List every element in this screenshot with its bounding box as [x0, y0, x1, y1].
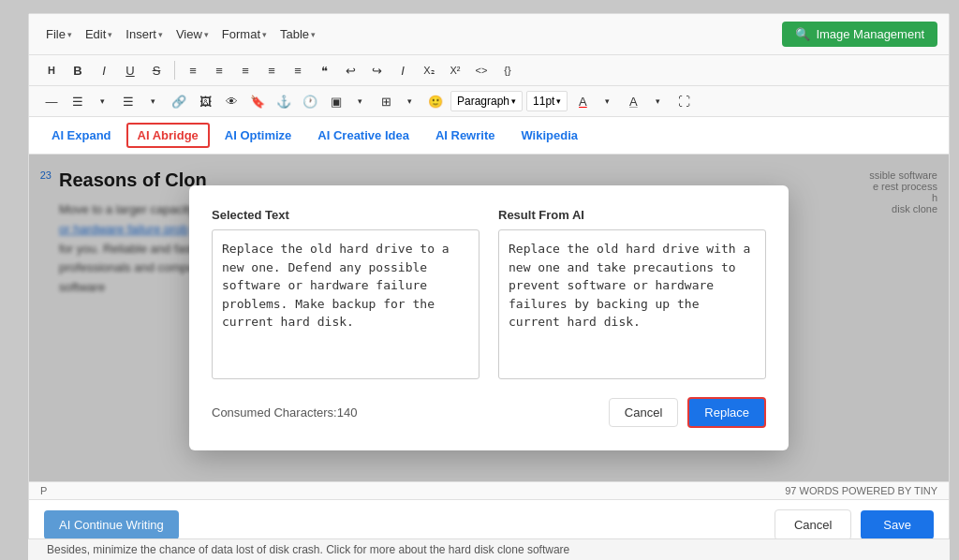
result-label: Result From AI — [498, 208, 766, 222]
file-menu[interactable]: File ▾ — [40, 23, 78, 45]
result-col: Result From AI — [498, 208, 766, 382]
dialog-overlay: Selected Text Result From AI Consumed Ch… — [29, 155, 949, 481]
subscript-icon[interactable]: X₂ — [418, 59, 440, 81]
editor-body[interactable]: 23 Reasons of Clon Move to a larger capa… — [29, 155, 949, 481]
align-right-icon[interactable]: ≡ — [234, 59, 257, 81]
cancel-button[interactable]: Cancel — [775, 509, 851, 540]
bg-color-arrow[interactable]: ▾ — [646, 90, 669, 112]
link-icon[interactable]: 🔗 — [168, 90, 190, 112]
superscript-icon[interactable]: X² — [444, 59, 466, 81]
image-icon[interactable]: 🖼 — [194, 90, 216, 112]
bg-color-group: A ▾ — [622, 90, 669, 112]
font-size-arrow: ▾ — [556, 96, 561, 106]
unordered-list-arrow[interactable]: ▾ — [91, 90, 113, 112]
bg-color-icon[interactable]: A — [622, 90, 644, 112]
separator-1 — [174, 61, 175, 80]
icon-toolbar-row1: H B I U S ≡ ≡ ≡ ≡ ≡ ❝ ↩ ↪ I X₂ X² <> {} — [29, 55, 949, 86]
align-left-icon[interactable]: ≡ — [182, 59, 204, 81]
ai-expand-tab[interactable]: AI Expand — [40, 123, 123, 148]
font-color-arrow[interactable]: ▾ — [596, 90, 618, 112]
code-icon[interactable]: <> — [470, 59, 493, 81]
clear-format-icon[interactable]: I — [391, 59, 414, 81]
media-icon[interactable]: ▣ — [325, 90, 347, 112]
paragraph-dropdown[interactable]: Paragraph ▾ — [450, 91, 523, 111]
word-count: 97 WORDS POWERED BY TINY — [785, 485, 937, 496]
search-icon: 🔍 — [795, 27, 810, 41]
italic-icon[interactable]: I — [93, 59, 115, 81]
format-menu-arrow: ▾ — [262, 30, 267, 39]
ordered-list-group: ☰ ▾ — [117, 90, 164, 112]
table-menu-arrow: ▾ — [311, 30, 316, 39]
format-menu[interactable]: Format ▾ — [216, 23, 273, 45]
insert-menu[interactable]: Insert ▾ — [120, 23, 169, 45]
edit-menu-arrow: ▾ — [108, 30, 112, 39]
emoji-icon[interactable]: 🙂 — [424, 90, 447, 112]
table-menu[interactable]: Table ▾ — [274, 23, 321, 45]
status-bar: P 97 WORDS POWERED BY TINY — [29, 481, 949, 499]
consumed-chars: Consumed Characters:140 — [212, 405, 357, 420]
font-color-group: A ▾ — [571, 90, 618, 112]
dialog-cancel-button[interactable]: Cancel — [609, 398, 678, 427]
horizontal-rule-icon[interactable]: — — [40, 90, 63, 112]
selected-text-col: Selected Text — [212, 208, 480, 382]
table-insert-group: ⊞ ▾ — [375, 90, 420, 112]
image-management-button[interactable]: 🔍 Image Management — [782, 22, 937, 47]
preview-icon[interactable]: 👁 — [220, 90, 243, 112]
continue-writing-button[interactable]: AI Continue Writing — [44, 510, 179, 539]
file-menu-arrow: ▾ — [67, 30, 72, 39]
ai-optimize-tab[interactable]: AI Optimize — [214, 123, 303, 148]
indent-icon[interactable]: ≡ — [287, 59, 309, 81]
menu-items: File ▾ Edit ▾ Insert ▾ View ▾ Format ▾ T… — [40, 23, 321, 45]
media-group: ▣ ▾ — [325, 90, 371, 112]
ai-abridge-tab[interactable]: AI Abridge — [126, 123, 210, 148]
ai-rewrite-tab[interactable]: AI Rewrite — [424, 123, 507, 148]
underline-icon[interactable]: U — [119, 59, 141, 81]
save-button[interactable]: Save — [861, 510, 934, 539]
fullscreen-icon[interactable]: ⛶ — [672, 90, 695, 112]
unordered-list-group: ☰ ▾ — [66, 90, 113, 112]
heading-icon[interactable]: H — [40, 59, 63, 81]
paragraph-indicator: P — [40, 485, 47, 496]
edit-menu[interactable]: Edit ▾ — [80, 23, 118, 45]
clock-icon[interactable]: 🕐 — [299, 90, 321, 112]
anchor-icon[interactable]: ⚓ — [273, 90, 295, 112]
redo-icon[interactable]: ↪ — [365, 59, 388, 81]
ai-wikipedia-tab[interactable]: Wikipedia — [509, 123, 589, 148]
bottom-strip: Besides, minimize the chance of data los… — [28, 538, 950, 560]
undo-icon[interactable]: ↩ — [339, 59, 361, 81]
icon-toolbar-row2: — ☰ ▾ ☰ ▾ 🔗 🖼 👁 🔖 ⚓ 🕐 ▣ ▾ ⊞ ▾ 🙂 Paragrap… — [29, 86, 949, 117]
align-center-icon[interactable]: ≡ — [208, 59, 230, 81]
media-arrow[interactable]: ▾ — [348, 90, 371, 112]
selected-text-label: Selected Text — [212, 208, 480, 222]
editor-container: File ▾ Edit ▾ Insert ▾ View ▾ Format ▾ T… — [28, 13, 950, 551]
strikethrough-icon[interactable]: S — [145, 59, 168, 81]
selected-text-textarea[interactable] — [212, 229, 480, 379]
code-block-icon[interactable]: {} — [496, 59, 519, 81]
ai-tabs-bar: AI Expand AI Abridge AI Optimize AI Crea… — [29, 117, 949, 155]
table-insert-icon[interactable]: ⊞ — [375, 90, 397, 112]
ai-dialog: Selected Text Result From AI Consumed Ch… — [189, 185, 789, 450]
paragraph-arrow: ▾ — [511, 96, 516, 106]
menu-bar: File ▾ Edit ▾ Insert ▾ View ▾ Format ▾ T… — [29, 14, 949, 55]
ai-creative-tab[interactable]: AI Creative Idea — [306, 123, 420, 148]
view-menu[interactable]: View ▾ — [170, 23, 214, 45]
ordered-list-icon[interactable]: ☰ — [117, 90, 140, 112]
blockquote-icon[interactable]: ❝ — [313, 59, 335, 81]
dialog-columns: Selected Text Result From AI — [212, 208, 766, 382]
insert-menu-arrow: ▾ — [158, 30, 163, 39]
ordered-list-arrow[interactable]: ▾ — [141, 90, 164, 112]
bookmark-icon[interactable]: 🔖 — [246, 90, 269, 112]
font-size-dropdown[interactable]: 11pt ▾ — [526, 91, 568, 111]
table-insert-arrow[interactable]: ▾ — [398, 90, 420, 112]
dialog-footer: Consumed Characters:140 Cancel Replace — [212, 397, 766, 428]
unordered-list-icon[interactable]: ☰ — [66, 90, 89, 112]
result-textarea[interactable] — [498, 229, 766, 379]
align-justify-icon[interactable]: ≡ — [260, 59, 283, 81]
view-menu-arrow: ▾ — [204, 30, 209, 39]
bold-icon[interactable]: B — [66, 59, 89, 81]
font-color-icon[interactable]: A — [571, 90, 594, 112]
dialog-replace-button[interactable]: Replace — [687, 397, 766, 428]
